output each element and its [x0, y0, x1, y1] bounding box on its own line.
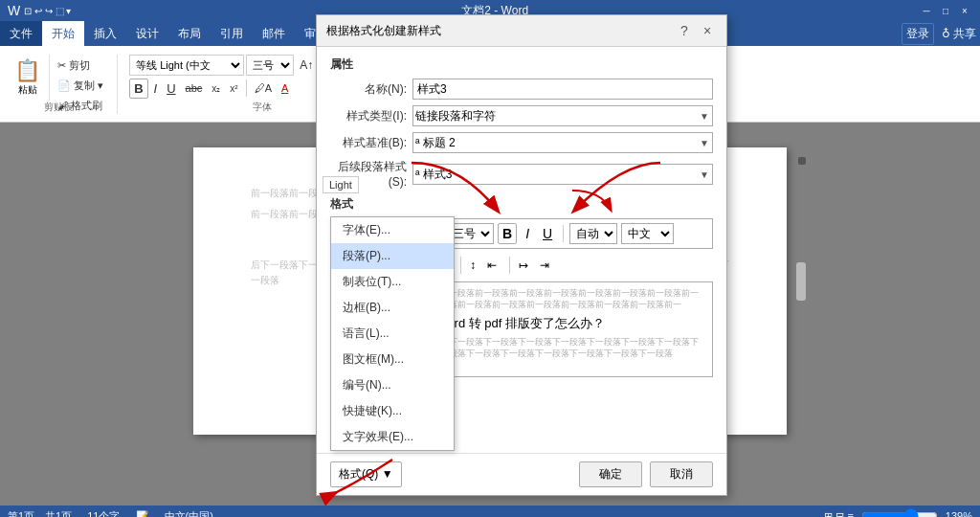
style-type-row: 样式类型(I): 链接段落和字符 ▼	[330, 105, 713, 126]
menu-numbering[interactable]: 编号(N)...	[331, 372, 454, 398]
follow-style-row: 后续段落样式(S): ª 样式3 ▼	[330, 159, 713, 189]
menu-border[interactable]: 边框(B)...	[331, 295, 454, 321]
format-underline-btn[interactable]: U	[538, 223, 557, 244]
menu-language[interactable]: 语言(L)...	[331, 321, 454, 347]
style-type-select-wrapper: 链接段落和字符 ▼	[412, 105, 713, 126]
dialog-footer: 格式(Q) ▼ 确定 取消	[317, 453, 726, 495]
red-arrow-1	[563, 186, 620, 214]
follow-style-select-wrapper: ª 样式3 ▼	[412, 164, 713, 185]
line-spacing-btn[interactable]: ↕	[465, 255, 480, 276]
format-trigger-btn[interactable]: 格式(Q) ▼	[330, 461, 402, 487]
format-italic-btn[interactable]: I	[521, 223, 534, 244]
dialog-footer-wrapper: 字体(E)... 段落(P)... 制表位(T)... 边框(B)... 语言(…	[317, 453, 726, 495]
dialog-title: 根据格式化创建新样式	[326, 23, 441, 39]
style-type-label: 样式类型(I):	[330, 108, 407, 124]
dialog-overlay: 根据格式化创建新样式 ? × 属性 名称(N): 样式类型(I): 链接段落和字…	[0, 0, 980, 517]
format-bold-btn[interactable]: B	[498, 223, 517, 244]
follow-style-label: 后续段落样式(S):	[330, 159, 407, 189]
style-base-select[interactable]: ª 标题 2	[412, 132, 713, 153]
menu-shortcut[interactable]: 快捷键(K)...	[331, 398, 454, 424]
format-lang-select[interactable]: 中文	[621, 223, 674, 244]
follow-style-select[interactable]: ª 样式3	[412, 164, 713, 185]
dialog-help-btn[interactable]: ?	[675, 21, 694, 40]
property-section-label: 属性	[330, 56, 713, 73]
cancel-btn[interactable]: 取消	[650, 461, 713, 487]
indent-less-btn[interactable]: ⇤	[482, 255, 501, 276]
name-input[interactable]	[412, 79, 713, 100]
name-row: 名称(N):	[330, 79, 713, 100]
context-menu: 字体(E)... 段落(P)... 制表位(T)... 边框(B)... 语言(…	[330, 216, 455, 451]
menu-frame[interactable]: 图文框(M)...	[331, 347, 454, 372]
ok-btn[interactable]: 确定	[579, 461, 642, 487]
style-type-select[interactable]: 链接段落和字符	[412, 105, 713, 126]
style-base-row: 样式基准(B): ª 标题 2 ▼	[330, 132, 713, 153]
menu-text-effect[interactable]: 文字效果(E)...	[331, 424, 454, 450]
name-label: 名称(N):	[330, 81, 407, 98]
menu-paragraph[interactable]: 段落(P)...	[331, 243, 454, 269]
menu-tab-stops[interactable]: 制表位(T)...	[331, 269, 454, 295]
format-color-select[interactable]: 自动	[569, 223, 617, 244]
indent-more2-btn[interactable]: ⇥	[535, 255, 554, 276]
create-style-dialog: 根据格式化创建新样式 ? × 属性 名称(N): 样式类型(I): 链接段落和字…	[316, 14, 727, 496]
menu-font[interactable]: 字体(E)...	[331, 217, 454, 243]
style-base-label: 样式基准(B):	[330, 135, 407, 151]
indent-more-btn[interactable]: ↦	[514, 255, 533, 276]
dialog-close-btn[interactable]: ×	[698, 21, 717, 40]
style-base-select-wrapper: ª 标题 2 ▼	[412, 132, 713, 153]
dialog-title-bar: 根据格式化创建新样式 ? ×	[317, 15, 726, 47]
format-section-label: 格式	[330, 196, 713, 213]
